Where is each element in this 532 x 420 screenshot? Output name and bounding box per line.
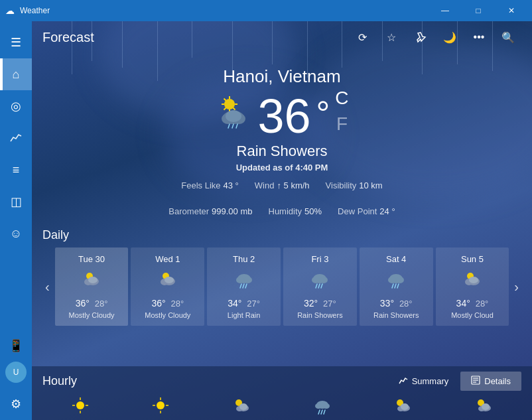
feels-like-label: Feels Like (181, 180, 220, 190)
hourly-title: Hourly (42, 374, 388, 388)
nav-hamburger[interactable]: ☰ (0, 27, 32, 58)
prev-arrow[interactable]: ‹ (42, 274, 52, 300)
nav-historical[interactable] (0, 122, 32, 154)
svg-line-39 (395, 284, 396, 288)
day-name: Sat 4 (365, 254, 428, 264)
svg-point-22 (165, 277, 174, 283)
hourly-tab-summary[interactable]: Summary (388, 372, 460, 391)
day-icon (212, 269, 275, 294)
day-temp-low: 28° (476, 299, 489, 309)
day-temp-high: 33° (380, 298, 394, 309)
updated-text: Updated as of 4:40 PM (32, 163, 532, 173)
city-name: Hanoi, Vietnam (32, 66, 532, 87)
daily-card-4[interactable]: Sat 4 33° 28° Rain Showers (360, 247, 433, 326)
day-condition: Mostly Cloudy (136, 311, 199, 319)
day-name: Sun 5 (441, 254, 504, 264)
day-icon (441, 269, 504, 294)
svg-point-24 (236, 277, 244, 283)
hourly-tab-details[interactable]: Details (460, 372, 521, 391)
nav-news[interactable]: ≡ (0, 154, 32, 186)
daily-card-3[interactable]: Fri 3 32° 27° Rain Showers (283, 247, 357, 326)
temperature-container: 36 ° C F (32, 92, 532, 140)
toolbar: Forecast ⟳ ☆ 🌙 ••• 🔍 (32, 21, 532, 53)
hourly-section: Hourly Summary Details (32, 366, 532, 420)
degree-symbol: ° (316, 94, 330, 133)
day-condition: Rain Showers (289, 311, 352, 319)
hourly-icon-5 (474, 396, 493, 415)
summary-tab-label: Summary (412, 376, 449, 386)
window-controls: — □ ✕ (430, 0, 527, 21)
day-icon (136, 269, 199, 294)
day-condition: Mostly Cloudy (60, 311, 123, 319)
day-temp-low: 28° (399, 299, 413, 309)
daily-card-5[interactable]: Sun 5 34° 28° Mostly Cloud (436, 247, 509, 326)
day-condition: Mostly Cloud (441, 311, 504, 319)
wind-label: Wind (255, 180, 275, 190)
humidity-label: Humidity (269, 206, 302, 216)
nav-maps[interactable]: ◎ (0, 90, 32, 122)
nav-settings[interactable]: ⚙ (0, 388, 32, 420)
svg-point-30 (312, 277, 320, 283)
main-content: @keyframes fall { from { top: -100px; } … (32, 21, 532, 420)
pin-button[interactable] (407, 24, 434, 50)
maximize-button[interactable]: □ (463, 0, 494, 21)
weather-details: Feels Like 43 ° Wind ↑ 5 km/h Visibility… (32, 180, 532, 216)
daily-card-0[interactable]: Tue 30 36° 28° Mostly Cloudy (55, 247, 129, 326)
wind-value: ↑ 5 km/h (277, 180, 309, 190)
minimize-button[interactable]: — (430, 0, 460, 21)
details-tab-icon (471, 376, 480, 387)
daily-card-1[interactable]: Wed 1 36° 28° Mostly Cloudy (131, 247, 204, 326)
daily-cards: Tue 30 36° 28° Mostly Cloudy Wed 1 36° 2… (55, 247, 509, 326)
svg-point-44 (469, 277, 478, 283)
night-mode-button[interactable]: 🌙 (436, 24, 463, 50)
next-arrow[interactable]: › (511, 274, 521, 300)
dew-point: Dew Point 24 ° (338, 206, 395, 216)
nav-home[interactable]: ⌂ (0, 58, 32, 90)
nav-phone[interactable]: 📱 (0, 330, 32, 362)
detail-row-2: Barometer 999.00 mb Humidity 50% Dew Poi… (58, 206, 505, 216)
svg-point-76 (482, 403, 490, 410)
hourly-header: Hourly Summary Details (32, 366, 532, 391)
day-temps: 34° 28° (441, 298, 504, 309)
hourly-icon-3 (313, 396, 332, 415)
favorite-button[interactable]: ☆ (378, 24, 405, 50)
refresh-button[interactable]: ⟳ (349, 24, 375, 50)
svg-line-38 (392, 284, 393, 288)
svg-line-12 (228, 124, 230, 128)
visibility-label: Visibility (326, 180, 357, 190)
daily-card-2[interactable]: Thu 2 34° 27° Light Rain (207, 247, 281, 326)
day-temp-high: 36° (151, 298, 165, 309)
search-button[interactable]: 🔍 (495, 24, 521, 50)
day-temp-low: 28° (95, 299, 108, 309)
svg-point-62 (239, 403, 247, 410)
nav-info[interactable]: ◫ (0, 186, 32, 218)
svg-point-25 (244, 277, 252, 283)
hourly-icon-2 (232, 396, 251, 415)
day-name: Thu 2 (212, 254, 275, 264)
hourly-icon-4 (393, 396, 412, 415)
daily-title: Daily (42, 228, 521, 242)
svg-line-67 (321, 410, 322, 414)
visibility-value: 10 km (359, 180, 382, 190)
dew-point-label: Dew Point (338, 206, 377, 216)
titlebar: ☁ Weather — □ ✕ (0, 0, 532, 21)
hourly-icons (32, 391, 532, 420)
avatar[interactable]: U (5, 362, 27, 383)
unit-c[interactable]: C (335, 85, 348, 111)
app-icon: ☁ (5, 5, 15, 16)
close-button[interactable]: ✕ (496, 0, 527, 21)
hourly-tabs: Summary Details (388, 372, 521, 391)
svg-point-49 (76, 401, 84, 409)
nav-emoji[interactable]: ☺ (0, 218, 32, 249)
more-button[interactable]: ••• (466, 24, 492, 50)
daily-section: Daily ‹ Tue 30 36° 28° Mostly Cloudy Wed… (32, 223, 532, 326)
svg-line-13 (232, 124, 233, 128)
visibility: Visibility 10 km (326, 180, 383, 190)
day-temps: 33° 28° (365, 298, 428, 309)
svg-line-32 (316, 284, 317, 288)
unit-f[interactable]: F (335, 111, 348, 137)
svg-line-68 (324, 410, 325, 414)
humidity-value: 50% (304, 206, 322, 216)
svg-point-11 (226, 110, 241, 122)
svg-point-31 (320, 277, 328, 283)
